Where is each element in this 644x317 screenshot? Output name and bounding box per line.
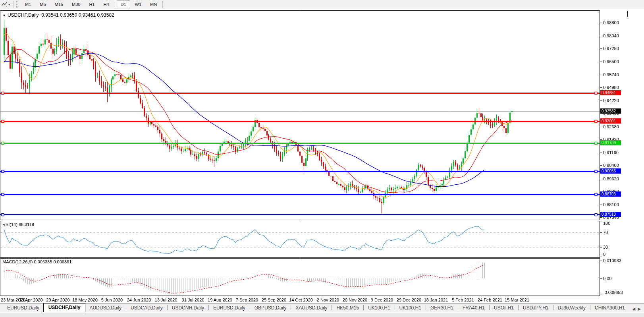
date-label: 24 Jun 2020 (127, 297, 151, 303)
date-label: 29 Apr 2020 (46, 297, 69, 303)
date-label: 24 Feb 2021 (478, 297, 502, 303)
chart-tab-usdchf-daily[interactable]: USDCHF,Daily (43, 303, 86, 312)
hline-price-label: 0.91709 (600, 140, 621, 145)
date-label: 19 Aug 2020 (208, 297, 232, 303)
chart-tab-audusd-daily[interactable]: AUDUSD,Daily (85, 304, 125, 312)
hline-price-label: 0.88703 (600, 191, 621, 197)
hline-price-label: 0.94651 (600, 90, 621, 95)
chart-tab-usoil-h1[interactable]: USOil,H1 (490, 304, 518, 312)
chart-tab-fra40-h1[interactable]: FRA40,H1 (459, 304, 489, 312)
date-label: 10 Apr 2020 (19, 297, 42, 303)
price-tick-label: 0.91160 (603, 150, 619, 155)
chart-tab-ger30-h1[interactable]: GER30,H1 (426, 304, 457, 312)
date-label: 9 Dec 2020 (371, 297, 393, 303)
date-label: 5 Feb 2021 (452, 297, 474, 303)
chart-tab-usdcnh-daily[interactable]: USDCNH,Daily (168, 304, 208, 312)
date-label: 15 Mar 2021 (505, 297, 529, 303)
tab-separator (250, 305, 250, 310)
price-tick-label: 0.97280 (603, 46, 619, 51)
tab-separator (332, 305, 332, 310)
chart-title-symbol: USDCHF,Daily (8, 12, 39, 18)
rsi-level-label: 70 (603, 230, 608, 235)
chart-tab-eurusd-daily[interactable]: EURUSD,Daily (209, 304, 249, 312)
chart-tab-hk50-m15[interactable]: HK50,M15 (332, 304, 363, 312)
chart-tab-uk100-h1[interactable]: UK100,H1 (395, 304, 425, 312)
chart-tab-usdjpy-h1[interactable]: USDJPY,H1 (519, 304, 552, 312)
window-resize-strip (0, 312, 644, 317)
hline-price-label: 0.90055 (600, 168, 621, 174)
chart-tab-xauusd-daily[interactable]: XAUUSD,Daily (291, 304, 331, 312)
tab-scroll-arrows: ◀▶ (630, 307, 644, 312)
date-label: 13 Jul 2020 (155, 297, 177, 303)
date-label: 2 Nov 2020 (317, 297, 339, 303)
rsi-level-label: 100 (603, 221, 610, 226)
date-label: 25 Sep 2020 (262, 297, 286, 303)
tab-scroll-right-icon[interactable]: ▶ (638, 307, 641, 311)
tab-scroll-left-icon[interactable]: ◀ (632, 307, 636, 311)
tab-separator (518, 305, 519, 310)
tab-separator (426, 305, 426, 310)
chart-tab-china300-h1[interactable]: CHINA300,H1 (591, 304, 629, 312)
chart-title-ohlc: 0.93541 0.93650 0.93461 0.93582 (41, 12, 114, 18)
macd-label: MACD(12,26,9) 0.006335 0.006861 (2, 259, 71, 264)
price-tick-label: 0.95740 (603, 72, 619, 77)
chart-canvas[interactable] (0, 0, 644, 317)
hline-price-label: 0.87513 (600, 212, 621, 217)
tab-separator (363, 305, 364, 310)
price-tick-label: 0.88100 (603, 202, 619, 207)
tab-separator (167, 305, 168, 310)
chart-title: ▼USDCHF,Daily 0.93541 0.93650 0.93461 0.… (2, 12, 114, 18)
tab-separator (489, 305, 490, 310)
tab-separator (458, 305, 458, 310)
chart-tab-dj30-weekly[interactable]: DJ30,Weekly (554, 304, 590, 312)
tab-separator (395, 305, 395, 310)
price-tick-label: 0.98040 (603, 33, 619, 38)
date-label: 18 Jan 2021 (424, 297, 448, 303)
price-tick-label: 0.94980 (603, 85, 619, 90)
chart-tab-eurusd-daily[interactable]: EURUSD,Daily (3, 304, 43, 312)
chart-tab-bar: EURUSD,DailyUSDCHF,DailyAUDUSD,DailyUSDC… (0, 303, 644, 312)
macd-axis-label: 0.00 (603, 276, 611, 281)
current-price-label: 0.93582 (600, 108, 621, 114)
date-label: 7 Sep 2020 (236, 297, 258, 303)
price-tick-label: 0.98800 (603, 20, 619, 25)
date-label: 29 Dec 2020 (397, 297, 421, 303)
price-tick-label: 0.92680 (603, 124, 619, 129)
tab-separator (553, 305, 553, 310)
hline-price-label: 0.93001 (600, 118, 621, 124)
tab-separator (291, 305, 291, 310)
date-label: 31 Jul 2020 (182, 297, 204, 303)
price-tick-label: 0.94220 (603, 98, 619, 103)
macd-axis-label: 0.010933 (603, 258, 621, 263)
tab-separator (590, 305, 590, 310)
price-tick-label: 0.90400 (603, 163, 619, 168)
rsi-level-label: 30 (603, 245, 608, 249)
mt4-window: ▾ M1M5M15M30H1H4D1W1MN ▼USDCHF,Daily 0.9… (0, 0, 644, 317)
date-label: 20 Nov 2020 (343, 297, 367, 303)
chart-tab-gbpusd-daily[interactable]: GBPUSD,Daily (251, 304, 291, 312)
chart-tab-uk100-h1[interactable]: UK100,H1 (364, 304, 394, 312)
date-label: 5 Jun 2020 (101, 297, 123, 303)
rsi-label: RSI(14) 66.3119 (2, 222, 34, 227)
chart-collapse-icon[interactable]: ▼ (2, 14, 6, 17)
date-label: 18 May 2020 (72, 297, 98, 303)
price-tick-label: 0.96500 (603, 59, 619, 64)
price-tick-label: 0.89620 (603, 176, 619, 181)
tab-separator (208, 305, 209, 310)
tab-separator (126, 305, 126, 310)
macd-axis-label: -0.009653 (603, 290, 623, 295)
rsi-level-label: 0 (603, 252, 605, 257)
date-label: 14 Oct 2020 (289, 297, 313, 303)
chart-tab-usdcad-daily[interactable]: USDCAD,Daily (127, 304, 167, 312)
